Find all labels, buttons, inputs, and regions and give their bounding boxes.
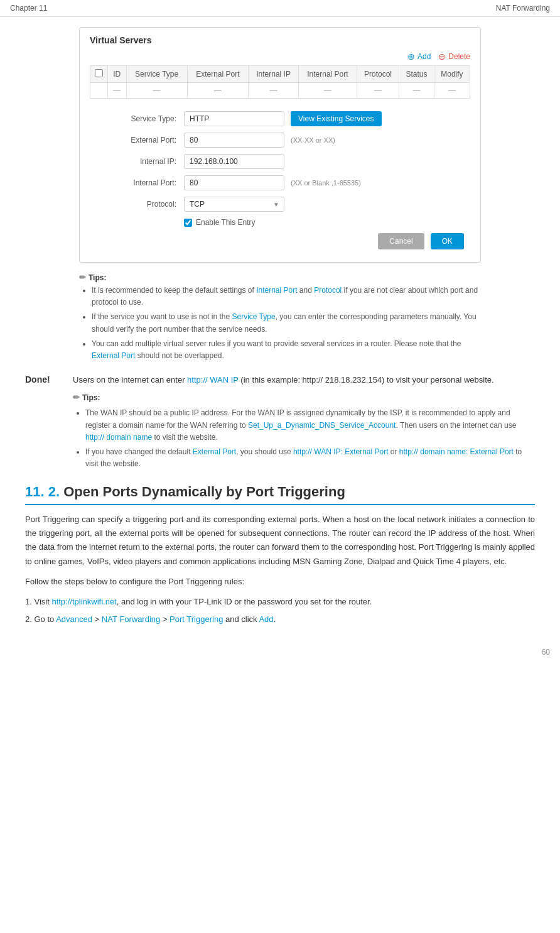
body-para-2: Follow the steps below to configure the … [25,575,535,589]
row-external-port: — [187,83,248,99]
external-port-input[interactable] [184,133,284,148]
service-type-link[interactable]: Service Type [232,312,275,321]
vs-form: Service Type: View Existing Services Ext… [90,106,470,254]
col-internal-port: Internal Port [299,66,357,83]
external-port-hint: (XX-XX or XX) [291,136,335,144]
tips-title-1: ✏ Tips: [79,273,481,282]
select-all-checkbox[interactable] [95,69,103,77]
service-type-label: Service Type: [102,114,184,123]
protocol-link[interactable]: Protocol [314,286,342,295]
vs-table: ID Service Type External Port Internal I… [90,65,470,99]
protocol-label: Protocol: [102,200,184,209]
done-label: Done! [25,374,63,472]
col-external-port: External Port [187,66,248,83]
wan-ext-link[interactable]: http:// WAN IP: External Port [293,447,389,456]
add-button[interactable]: ⊕ Add [407,52,431,62]
step-1-number: 1. [25,597,34,606]
done-tips: ✏ Tips: The WAN IP should be a public IP… [73,391,535,470]
col-internal-ip: Internal IP [249,66,299,83]
done-tip-1: The WAN IP should be a public IP address… [85,407,535,444]
protocol-select[interactable]: TCP UDP All [184,197,284,212]
add-link[interactable]: Add [259,614,273,624]
service-type-input[interactable] [184,111,284,126]
section-label: NAT Forwarding [496,4,550,13]
step-2: 2. Go to Advanced > NAT Forwarding > Por… [25,613,535,626]
internal-ip-row: Internal IP: [102,154,470,169]
wan-ip-link[interactable]: http:// WAN IP [187,375,239,385]
col-modify: Modify [434,66,470,83]
domain-ext-link[interactable]: http:// domain name: External Port [399,447,514,456]
tplink-link[interactable]: http://tplinkwifi.net [51,597,116,606]
done-section: Done! Users on the internet can enter ht… [13,373,547,472]
tips-list-1: It is recommended to keep the default se… [79,285,481,362]
pencil-icon-2: ✏ [73,391,80,405]
cancel-button[interactable]: Cancel [378,233,424,249]
delete-button[interactable]: ⊖ Delete [438,52,470,62]
internal-port-link[interactable]: Internal Port [256,286,297,295]
internal-port-row: Internal Port: (XX or Blank ,1-65535) [102,175,470,190]
internal-ip-input[interactable] [184,154,284,169]
enable-checkbox[interactable] [184,219,192,227]
row-id: — [108,83,127,99]
vs-actions: ⊕ Add ⊖ Delete [90,52,470,62]
col-id: ID [108,66,127,83]
step-2-sep1: > [92,614,102,624]
row-checkbox-cell [90,83,108,99]
done-tips-title: ✏ Tips: [73,391,535,405]
col-protocol: Protocol [357,66,399,83]
section-heading: 11. 2. Open Ports Dynamically by Port Tr… [25,484,535,505]
done-content: Users on the internet can enter http:// … [73,373,535,472]
done-tips-list: The WAN IP should be a public IP address… [73,407,535,470]
step-2-text: Go to [34,614,56,624]
ext-port-link[interactable]: External Port [193,447,236,456]
page-number: 60 [542,648,550,657]
row-internal-port: — [299,83,357,99]
tips-section-1: ✏ Tips: It is recommended to keep the de… [79,273,481,362]
done-text1: Users on the internet can enter [73,375,187,385]
main-content: Virtual Servers ⊕ Add ⊖ Delete ID Servic… [0,17,560,643]
step-1-text: Visit [34,597,51,606]
chapter-label: Chapter 11 [10,4,47,13]
view-services-button[interactable]: View Existing Services [291,111,382,126]
body-para-1: Port Triggering can specify a triggering… [25,513,535,568]
tip-item: You can add multiple virtual server rule… [92,338,481,362]
service-type-row: Service Type: View Existing Services [102,111,470,126]
external-port-link[interactable]: External Port [92,351,135,360]
dns-link[interactable]: Set_Up_a_Dynamic_DNS_Service_Account [248,421,396,430]
ok-button[interactable]: OK [431,233,464,249]
tip-item: If the service you want to use is not in… [92,311,481,335]
row-internal-ip: — [249,83,299,99]
col-checkbox [90,66,108,83]
steps-list: 1. Visit http://tplinkwifi.net, and log … [25,595,535,626]
step-1-text2: , and log in with your TP-Link ID or the… [117,597,372,606]
pencil-icon: ✏ [79,273,86,282]
advanced-link[interactable]: Advanced [56,614,92,624]
domain-link[interactable]: http:// domain name [85,433,152,442]
col-status: Status [399,66,434,83]
row-status: — [399,83,434,99]
tip-item: It is recommended to keep the default se… [92,285,481,308]
protocol-select-wrap: TCP UDP All ▼ [184,197,284,212]
page-footer: 60 [0,643,560,662]
row-service-type: — [126,83,187,99]
nat-forwarding-link[interactable]: NAT Forwarding [102,614,160,624]
external-port-label: External Port: [102,136,184,145]
done-text2: (in this example: http:// 218.18.232.154… [239,375,494,385]
add-icon: ⊕ [407,52,415,62]
internal-port-label: Internal Port: [102,178,184,187]
step-2-sep2: > [160,614,170,624]
protocol-row: Protocol: TCP UDP All ▼ [102,197,470,212]
done-tip-2: If you have changed the default External… [85,446,535,470]
section-title: Open Ports Dynamically by Port Triggerin… [63,484,345,499]
step-2-number: 2. [25,614,34,624]
port-triggering-link[interactable]: Port Triggering [170,614,223,624]
row-modify: — [434,83,470,99]
step-2-text2: and click [223,614,259,624]
delete-icon: ⊖ [438,52,446,62]
internal-port-input[interactable] [184,175,284,190]
step-2-text3: . [274,614,276,624]
row-protocol: — [357,83,399,99]
internal-ip-label: Internal IP: [102,157,184,166]
vs-title: Virtual Servers [90,35,470,45]
page-header: Chapter 11 NAT Forwarding [0,0,560,17]
